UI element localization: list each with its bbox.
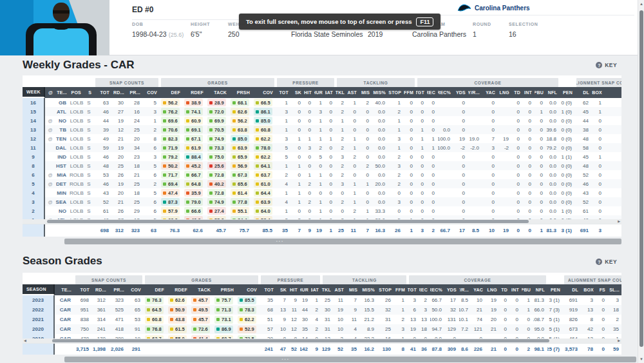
column-header[interactable]: SL... <box>608 284 621 295</box>
column-header[interactable]: TGT <box>408 284 419 295</box>
page-scrollbar-thumb[interactable] <box>639 10 643 347</box>
scroll-right-arrow[interactable]: ▶ <box>618 338 620 343</box>
column-header[interactable]: PBU <box>522 284 533 295</box>
scroll-up-arrow[interactable]: ▲ <box>638 2 644 6</box>
column-header[interactable]: WEEK <box>23 87 45 98</box>
column-header[interactable]: PR... <box>127 87 143 98</box>
column-header[interactable]: PRSH <box>213 284 236 295</box>
scrollbar-thumb[interactable] <box>47 220 529 223</box>
column-header[interactable]: TE... <box>55 87 70 98</box>
column-header[interactable]: YAC <box>471 284 486 295</box>
column-header[interactable]: NFL <box>533 284 547 295</box>
column-header[interactable]: MIS <box>346 284 360 295</box>
table-body[interactable]: 16GBLOLBS633028556.238.928.968.166.51001… <box>23 98 621 219</box>
column-header[interactable]: FS <box>596 284 608 295</box>
scroll-left-arrow[interactable]: ◀ <box>24 338 26 343</box>
column-header[interactable]: TGT <box>416 87 427 98</box>
column-header[interactable]: MIS% <box>360 284 377 295</box>
column-header[interactable]: HIT <box>304 87 314 98</box>
column-header[interactable]: SK <box>276 284 289 295</box>
column-header[interactable]: HIT <box>289 284 300 295</box>
column-header[interactable]: REC <box>419 284 430 295</box>
column-header[interactable]: TD <box>500 284 510 295</box>
column-header[interactable]: @ <box>45 87 55 98</box>
column-header[interactable]: TKL <box>336 87 347 98</box>
column-header[interactable]: FFM <box>404 87 416 98</box>
column-header[interactable]: BAT <box>311 284 321 295</box>
column-header[interactable]: STOP <box>388 87 404 98</box>
column-header[interactable]: TACK <box>206 87 229 98</box>
team-badge[interactable]: Carolina Panthers <box>457 3 530 12</box>
column-header[interactable]: PEN <box>547 284 563 295</box>
column-header[interactable]: FFM <box>394 284 408 295</box>
column-header[interactable]: TOT <box>94 87 112 98</box>
grade-value: 85.0 <box>238 136 247 142</box>
cell: 21 <box>486 324 500 334</box>
column-header[interactable]: COV <box>236 284 260 295</box>
column-header[interactable]: REC% <box>430 284 445 295</box>
column-header[interactable]: HUR <box>314 87 325 98</box>
weekly-resize-handle[interactable]: ••• <box>64 239 621 244</box>
column-header[interactable]: YDS <box>445 284 459 295</box>
column-header[interactable]: Y/R... <box>468 87 482 98</box>
column-header[interactable]: LNG <box>486 284 500 295</box>
column-header[interactable]: HUR <box>300 284 311 295</box>
horizontal-scrollbar[interactable]: ▶ <box>23 219 621 224</box>
column-header[interactable]: TOT <box>276 87 291 98</box>
column-header[interactable]: REC% <box>438 87 453 98</box>
column-header[interactable]: YAC <box>482 87 498 98</box>
column-header[interactable]: PRSH <box>229 87 252 98</box>
column-header[interactable]: BAT <box>325 87 336 98</box>
column-header[interactable]: DL <box>575 87 592 98</box>
column-header[interactable]: PR... <box>109 284 127 295</box>
column-header[interactable]: DL <box>563 284 581 295</box>
column-header[interactable]: TACK <box>190 284 213 295</box>
column-header[interactable]: RDEF <box>183 87 206 98</box>
column-header[interactable]: NFL <box>546 87 560 98</box>
column-header[interactable]: SEASON <box>23 284 55 295</box>
column-header[interactable]: TKL <box>321 284 334 295</box>
season-resize-handle[interactable]: ••• <box>64 357 636 362</box>
column-header[interactable]: INT <box>510 284 522 295</box>
grade-pill: 41.4 <box>190 334 213 338</box>
column-header[interactable]: COV <box>143 87 160 98</box>
weekly-key-button[interactable]: ? KEY <box>596 62 617 68</box>
season-key-button[interactable]: ? KEY <box>596 259 617 265</box>
scroll-down-arrow[interactable]: ▼ <box>638 357 644 361</box>
column-header[interactable]: S <box>84 87 94 98</box>
column-header[interactable]: REC <box>427 87 438 98</box>
column-header[interactable]: DEF <box>160 87 183 98</box>
scroll-right-arrow[interactable]: ▶ <box>618 219 620 224</box>
column-header[interactable]: Y/R... <box>459 284 471 295</box>
column-header[interactable]: RDEF <box>167 284 190 295</box>
column-header[interactable]: TOT <box>74 284 92 295</box>
column-header[interactable]: FS <box>605 87 621 98</box>
column-header[interactable]: YDS <box>453 87 468 98</box>
column-header[interactable]: COV <box>252 87 276 98</box>
column-header[interactable]: RD... <box>92 284 109 295</box>
column-header[interactable]: RD... <box>112 87 127 98</box>
column-header[interactable]: POS <box>70 87 84 98</box>
column-header[interactable]: MIS% <box>372 87 388 98</box>
column-header[interactable]: TD <box>512 87 523 98</box>
column-header[interactable]: PEN <box>560 87 575 98</box>
column-header[interactable]: TOT <box>260 284 276 295</box>
column-header[interactable]: INT <box>523 87 535 98</box>
table-body[interactable]: 2023CAR6983123236376.362.645.775.785.535… <box>23 295 621 338</box>
horizontal-scrollbar[interactable]: ◀ ▶ <box>23 338 621 343</box>
column-header[interactable]: DEF <box>144 284 167 295</box>
column-header[interactable]: AST <box>347 87 359 98</box>
scrollbar-thumb[interactable] <box>52 339 549 342</box>
column-header[interactable]: BOX <box>581 284 596 295</box>
column-header[interactable]: TE... <box>55 284 74 295</box>
column-header[interactable]: LNG <box>498 87 512 98</box>
column-header[interactable]: STOP <box>377 284 394 295</box>
column-header[interactable]: AST <box>334 284 346 295</box>
cell: 0 <box>336 206 347 215</box>
column-header[interactable]: COV <box>127 284 144 295</box>
column-header[interactable]: PBU <box>535 87 546 98</box>
page-scrollbar[interactable]: ▲ ▼ <box>638 0 644 363</box>
column-header[interactable]: SK <box>291 87 304 98</box>
column-header[interactable]: BOX <box>592 87 605 98</box>
column-header[interactable]: MIS <box>359 87 372 98</box>
